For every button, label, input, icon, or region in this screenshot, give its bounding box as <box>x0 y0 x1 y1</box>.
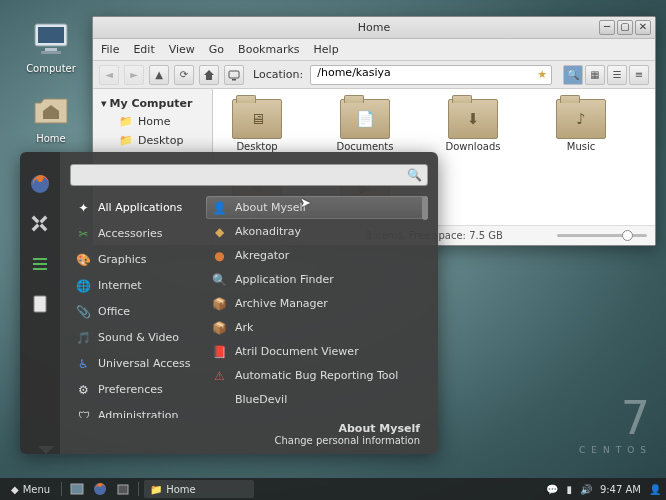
app-atril[interactable]: 📕Atril Document Viewer <box>206 340 428 363</box>
folder-icon: 📁 <box>119 115 133 128</box>
zoom-slider[interactable] <box>557 228 647 242</box>
taskbar-files-launcher[interactable] <box>113 480 133 498</box>
folder-icon: 📁 <box>150 484 162 495</box>
chevron-down-icon: ▾ <box>101 97 107 110</box>
menu-view[interactable]: View <box>169 43 195 56</box>
menu-icon: ◆ <box>11 484 19 495</box>
folder-item[interactable]: ⬇Downloads <box>437 99 509 152</box>
window-maximize-button[interactable]: ▢ <box>617 20 633 35</box>
akonadi-icon: ◆ <box>212 224 227 239</box>
category-universal-access[interactable]: ♿Universal Access <box>70 352 198 375</box>
app-application-finder[interactable]: 🔍Application Finder <box>206 268 428 291</box>
zoom-thumb[interactable] <box>622 230 633 241</box>
category-preferences[interactable]: ⚙Preferences <box>70 378 198 401</box>
taskbar-firefox-launcher[interactable] <box>90 480 110 498</box>
nav-up-button[interactable]: ▲ <box>149 65 169 85</box>
firefox-launcher-icon[interactable] <box>28 172 52 196</box>
desktop-icon-label: Home <box>20 133 82 144</box>
atril-icon: 📕 <box>212 344 227 359</box>
app-boxes[interactable]: ⊞Boxes <box>206 412 428 418</box>
person-icon: 👤 <box>212 200 227 215</box>
os-name: CENTOS <box>579 445 652 455</box>
finder-icon: 🔍 <box>212 272 227 287</box>
window-close-button[interactable]: ✕ <box>635 20 651 35</box>
file-launcher-icon[interactable] <box>28 292 52 316</box>
view-icons-button[interactable]: ▦ <box>585 65 605 85</box>
app-bluedevil[interactable]: BlueDevil <box>206 388 428 411</box>
nav-forward-button[interactable]: ► <box>124 65 144 85</box>
menu-description: About Myself Change personal information <box>70 418 428 448</box>
category-internet[interactable]: 🌐Internet <box>70 274 198 297</box>
menu-search-input[interactable]: 🔍 <box>70 164 428 186</box>
os-branding: 7 CENTOS <box>579 391 652 455</box>
category-administration[interactable]: 🛡Administration <box>70 404 198 418</box>
taskbar-task-home[interactable]: 📁 Home <box>144 480 254 498</box>
window-minimize-button[interactable]: ─ <box>599 20 615 35</box>
category-accessories[interactable]: ✂Accessories <box>70 222 198 245</box>
location-label: Location: <box>253 68 303 81</box>
nav-home-button[interactable] <box>199 65 219 85</box>
sidebar-header[interactable]: ▾ My Computer <box>97 95 208 112</box>
nav-back-button[interactable]: ◄ <box>99 65 119 85</box>
menu-search-field[interactable] <box>71 167 427 187</box>
app-akregator[interactable]: ●Akregator <box>206 244 428 267</box>
bug-icon: ⚠ <box>212 368 227 383</box>
taskbar: ◆ Menu 📁 Home 💬 ▮ 🔊 9:47 AM 👤 <box>0 478 666 500</box>
menu-button[interactable]: ◆ Menu <box>5 480 56 498</box>
documents-glyph-icon: 📄 <box>341 100 389 138</box>
window-titlebar[interactable]: Home ─ ▢ ✕ <box>93 17 655 39</box>
nav-reload-button[interactable]: ⟳ <box>174 65 194 85</box>
tools-launcher-icon[interactable] <box>28 212 52 236</box>
folder-icon: 📁 <box>119 134 133 147</box>
search-icon: 🔍 <box>407 168 422 182</box>
view-list-button[interactable]: ☰ <box>607 65 627 85</box>
tray-clock[interactable]: 9:47 AM <box>600 484 641 495</box>
desktop-icon-computer[interactable]: Computer <box>20 18 82 74</box>
office-icon: 📎 <box>76 304 91 319</box>
category-office[interactable]: 📎Office <box>70 300 198 323</box>
menu-go[interactable]: Go <box>209 43 224 56</box>
folder-item[interactable]: 🖥Desktop <box>221 99 293 152</box>
menu-bookmarks[interactable]: Bookmarks <box>238 43 299 56</box>
app-archive-manager[interactable]: 📦Archive Manager <box>206 292 428 315</box>
scrollbar-thumb[interactable] <box>422 196 428 220</box>
bookmark-star-icon[interactable]: ★ <box>537 68 547 81</box>
window-menubar: File Edit View Go Bookmarks Help <box>93 39 655 61</box>
window-toolbar: ◄ ► ▲ ⟳ Location: /home/kasiya ★ 🔍 ▦ ☰ ≡ <box>93 61 655 89</box>
nav-computer-button[interactable] <box>224 65 244 85</box>
app-akonaditray[interactable]: ◆Akonaditray <box>206 220 428 243</box>
application-list: 👤About Myself ◆Akonaditray ●Akregator 🔍A… <box>206 196 428 418</box>
location-input[interactable]: /home/kasiya ★ <box>310 65 552 85</box>
svg-rect-11 <box>71 484 83 494</box>
hamburger-launcher-icon[interactable] <box>28 252 52 276</box>
menu-file[interactable]: File <box>101 43 119 56</box>
svg-rect-4 <box>229 71 239 78</box>
app-ark[interactable]: 📦Ark <box>206 316 428 339</box>
taskbar-show-desktop[interactable] <box>67 480 87 498</box>
folder-item[interactable]: 📄Documents <box>329 99 401 152</box>
tray-network-icon[interactable]: ▮ <box>566 484 572 495</box>
menu-help[interactable]: Help <box>314 43 339 56</box>
folder-item[interactable]: ♪Music <box>545 99 617 152</box>
separator <box>138 482 139 496</box>
app-abrt[interactable]: ⚠Automatic Bug Reporting Tool <box>206 364 428 387</box>
preferences-icon: ⚙ <box>76 382 91 397</box>
tray-chat-icon[interactable]: 💬 <box>546 484 558 495</box>
app-about-myself[interactable]: 👤About Myself <box>206 196 428 219</box>
tray-user-icon[interactable]: 👤 <box>649 484 661 495</box>
view-compact-button[interactable]: ≡ <box>629 65 649 85</box>
desktop-icon-home[interactable]: Home <box>20 88 82 144</box>
accessibility-icon: ♿ <box>76 356 91 371</box>
category-graphics[interactable]: 🎨Graphics <box>70 248 198 271</box>
sidebar-item-desktop[interactable]: 📁 Desktop <box>97 131 208 150</box>
tray-volume-icon[interactable]: 🔊 <box>580 484 592 495</box>
svg-rect-10 <box>34 296 46 312</box>
category-sound-video[interactable]: 🎵Sound & Video <box>70 326 198 349</box>
app-scrollbar[interactable] <box>422 196 428 418</box>
menu-edit[interactable]: Edit <box>133 43 154 56</box>
category-all-applications[interactable]: ✦All Applications <box>70 196 198 219</box>
ark-icon: 📦 <box>212 320 227 335</box>
sidebar-item-home[interactable]: 📁 Home <box>97 112 208 131</box>
svg-rect-3 <box>41 51 61 54</box>
search-toggle-button[interactable]: 🔍 <box>563 65 583 85</box>
